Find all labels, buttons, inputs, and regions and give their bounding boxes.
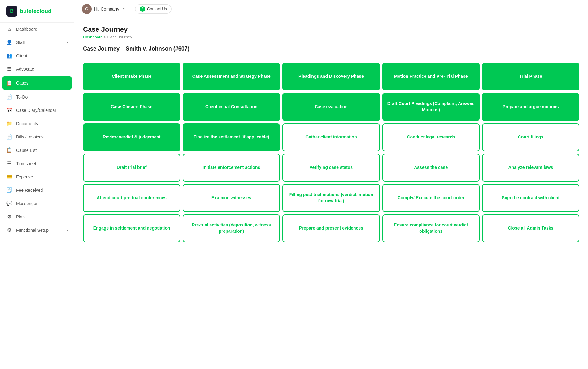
kanban-cell-r0-c3[interactable]: Motion Practice and Pre-Trial Phase <box>382 63 480 90</box>
breadcrumb-home[interactable]: Dashboard <box>83 35 103 39</box>
sidebar-item-plan[interactable]: ⚙ Plan <box>0 210 74 223</box>
kanban-cell-r1-c4[interactable]: Prepare and argue motions <box>482 93 579 121</box>
kanban-cell-r2-c1[interactable]: Finalize the settlement (if applicable) <box>183 123 280 151</box>
nav-icon-messenger: 💬 <box>6 200 12 206</box>
nav-label-plan: Plan <box>16 214 25 219</box>
sidebar-item-todo[interactable]: 📄 To-Do <box>0 90 74 103</box>
sidebar-item-expense[interactable]: 💳 Expense <box>0 170 74 183</box>
kanban-cell-r1-c3[interactable]: Draft Court Pleadings (Complaint, Answer… <box>382 93 480 121</box>
logo-text: bufetecloud <box>20 8 51 15</box>
chevron-down-icon: ▾ <box>123 7 125 11</box>
topbar: C Hi, Company! ▾ ? Contact Us <box>74 0 588 18</box>
nav-icon-dashboard: ⌂ <box>6 26 12 32</box>
nav-label-client: Client <box>16 53 27 58</box>
kanban-cell-r0-c2[interactable]: Pleadings and Discovery Phase <box>282 63 380 90</box>
nav-icon-timesheet: ☰ <box>6 160 12 166</box>
breadcrumb-separator: > <box>104 35 107 39</box>
sidebar-item-causelist[interactable]: 📋 Cause List <box>0 143 74 157</box>
chevron-icon-functional: › <box>67 228 68 232</box>
kanban-cell-r1-c0[interactable]: Case Closure Phase <box>83 93 180 121</box>
kanban-cell-r1-c2[interactable]: Case evaluation <box>282 93 380 121</box>
sidebar-item-documents[interactable]: 📁 Documents <box>0 117 74 130</box>
nav-label-staff: Staff <box>16 40 25 45</box>
kanban-cell-r4-c4[interactable]: Sign the contract with client <box>482 184 579 212</box>
nav-icon-advocate: ☰ <box>6 66 12 72</box>
sidebar-item-staff[interactable]: 👤 Staff › <box>0 36 74 49</box>
kanban-cell-r2-c3[interactable]: Conduct legal research <box>382 123 480 151</box>
nav-label-cases: Cases <box>16 81 28 86</box>
sidebar-item-diary[interactable]: 📅 Case Diary/Calendar <box>0 103 74 117</box>
kanban-cell-r5-c3[interactable]: Ensure compliance for court verdict obli… <box>382 214 480 242</box>
nav-label-documents: Documents <box>16 121 38 126</box>
kanban-cell-r2-c2[interactable]: Gather client information <box>282 123 380 151</box>
kanban-cell-r1-c1[interactable]: Client initial Consultation <box>183 93 280 121</box>
nav-label-functional: Functional Setup <box>16 228 49 233</box>
contact-icon: ? <box>140 6 145 12</box>
sidebar: B bufetecloud ⌂ Dashboard 👤 Staff › 👥 Cl… <box>0 0 74 369</box>
divider <box>130 5 130 13</box>
chevron-icon-staff: › <box>67 40 68 45</box>
nav-label-dashboard: Dashboard <box>16 27 37 32</box>
nav-icon-client: 👥 <box>6 53 12 59</box>
kanban-cell-r0-c1[interactable]: Case Assessment and Strategy Phase <box>183 63 280 90</box>
kanban-cell-r3-c4[interactable]: Analyze relevant laws <box>482 154 579 182</box>
kanban-cell-r3-c1[interactable]: Initiate enforcement actions <box>183 154 280 182</box>
sidebar-item-timesheet[interactable]: ☰ Timesheet <box>0 157 74 170</box>
sidebar-item-fee[interactable]: 🧾 Fee Received <box>0 183 74 197</box>
sidebar-item-cases[interactable]: 📋 Cases <box>2 76 72 90</box>
breadcrumb: Dashboard > Case Journey <box>83 35 579 39</box>
kanban-cell-r3-c3[interactable]: Assess the case <box>382 154 480 182</box>
logo-area: B bufetecloud <box>0 0 74 23</box>
kanban-cell-r4-c2[interactable]: Filling post trial motions (verdict, mot… <box>282 184 380 212</box>
sidebar-item-functional[interactable]: ⚙ Functional Setup › <box>0 223 74 237</box>
avatar: C <box>82 4 92 14</box>
user-greeting: Hi, Company! <box>94 7 120 11</box>
sidebar-item-dashboard[interactable]: ⌂ Dashboard <box>0 23 74 36</box>
kanban-cell-r5-c1[interactable]: Pre-trial activities (deposition, witnes… <box>183 214 280 242</box>
kanban-cell-r3-c2[interactable]: Verifying case status <box>282 154 380 182</box>
nav-label-diary: Case Diary/Calendar <box>16 108 56 113</box>
kanban-cell-r0-c0[interactable]: Client Intake Phase <box>83 63 180 90</box>
breadcrumb-current: Case Journey <box>107 35 132 39</box>
nav-label-fee: Fee Received <box>16 188 43 193</box>
sidebar-item-client[interactable]: 👥 Client <box>0 49 74 62</box>
kanban-cell-r0-c4[interactable]: Trial Phase <box>482 63 579 90</box>
sidebar-item-bills[interactable]: 📄 Bills / Invoices <box>0 130 74 143</box>
sidebar-item-messenger[interactable]: 💬 Messenger <box>0 197 74 210</box>
kanban-cell-r5-c2[interactable]: Prepare and present evidences <box>282 214 380 242</box>
page-title: Case Journey <box>83 25 579 33</box>
nav-label-bills: Bills / Invoices <box>16 134 44 139</box>
kanban-cell-r4-c1[interactable]: Examine witnesses <box>183 184 280 212</box>
kanban-cell-r2-c0[interactable]: Review verdict & judgement <box>83 123 180 151</box>
nav-icon-expense: 💳 <box>6 174 12 180</box>
nav-icon-bills: 📄 <box>6 134 12 140</box>
nav-icon-functional: ⚙ <box>6 227 12 233</box>
kanban-cell-r2-c4[interactable]: Court filings <box>482 123 579 151</box>
nav-list: ⌂ Dashboard 👤 Staff › 👥 Client ☰ Advocat… <box>0 23 74 237</box>
nav-label-causelist: Cause List <box>16 148 37 153</box>
kanban-cell-r3-c0[interactable]: Draft trial brief <box>83 154 180 182</box>
nav-label-messenger: Messenger <box>16 201 37 206</box>
kanban-cell-r5-c4[interactable]: Close all Admin Tasks <box>482 214 579 242</box>
nav-icon-todo: 📄 <box>6 94 12 100</box>
page-content: Case Journey Dashboard > Case Journey Ca… <box>74 18 588 369</box>
logo-icon: B <box>6 6 17 17</box>
nav-icon-diary: 📅 <box>6 107 12 113</box>
nav-label-todo: To-Do <box>16 94 28 99</box>
sidebar-item-advocate[interactable]: ☰ Advocate <box>0 62 74 76</box>
nav-label-expense: Expense <box>16 174 33 179</box>
kanban-cell-r4-c0[interactable]: Attend court pre-trial conferences <box>83 184 180 212</box>
nav-icon-documents: 📁 <box>6 121 12 126</box>
kanban-cell-r5-c0[interactable]: Engage in settlement and negotiation <box>83 214 180 242</box>
user-menu[interactable]: C Hi, Company! ▾ <box>82 4 125 14</box>
nav-icon-causelist: 📋 <box>6 147 12 153</box>
nav-icon-plan: ⚙ <box>6 214 12 220</box>
kanban-cell-r4-c3[interactable]: Comply/ Execute the court order <box>382 184 480 212</box>
main-area: C Hi, Company! ▾ ? Contact Us Case Journ… <box>74 0 588 369</box>
nav-label-timesheet: Timesheet <box>16 161 36 166</box>
contact-label: Contact Us <box>147 7 167 11</box>
nav-icon-cases: 📋 <box>6 80 12 86</box>
case-journey-title: Case Journey – Smith v. Johnson (#607) <box>83 46 579 56</box>
contact-us-button[interactable]: ? Contact Us <box>135 4 172 14</box>
nav-label-advocate: Advocate <box>16 67 34 72</box>
